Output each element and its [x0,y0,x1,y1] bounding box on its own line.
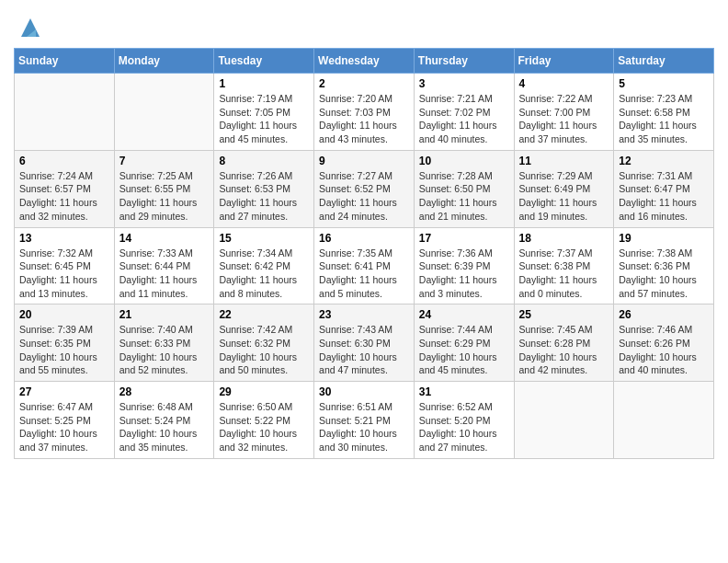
day-info: Sunrise: 7:19 AMSunset: 7:05 PMDaylight:… [219,92,309,146]
day-number: 25 [519,308,609,321]
calendar-cell: 2Sunrise: 7:20 AMSunset: 7:03 PMDaylight… [314,74,415,151]
calendar-cell: 25Sunrise: 7:45 AMSunset: 6:28 PMDayligh… [514,304,614,382]
calendar-cell: 20Sunrise: 7:39 AMSunset: 6:35 PMDayligh… [15,304,115,382]
day-info: Sunrise: 6:50 AMSunset: 5:22 PMDaylight:… [219,400,309,454]
day-info: Sunrise: 7:33 AMSunset: 6:44 PMDaylight:… [119,247,210,301]
day-info: Sunrise: 7:23 AMSunset: 6:58 PMDaylight:… [619,92,709,146]
calendar-cell: 10Sunrise: 7:28 AMSunset: 6:50 PMDayligh… [414,150,514,227]
day-number: 29 [219,385,309,398]
calendar-cell: 14Sunrise: 7:33 AMSunset: 6:44 PMDayligh… [114,227,214,304]
day-number: 26 [619,308,709,321]
calendar-week-row: 13Sunrise: 7:32 AMSunset: 6:45 PMDayligh… [15,227,714,304]
calendar-week-row: 27Sunrise: 6:47 AMSunset: 5:25 PMDayligh… [15,382,714,459]
day-info: Sunrise: 7:34 AMSunset: 6:42 PMDaylight:… [219,247,309,301]
day-info: Sunrise: 7:40 AMSunset: 6:33 PMDaylight:… [119,323,210,377]
day-info: Sunrise: 7:24 AMSunset: 6:57 PMDaylight:… [19,169,109,224]
day-number: 30 [319,385,409,398]
day-number: 13 [19,232,109,245]
weekday-header: Thursday [414,49,514,74]
calendar-cell: 6Sunrise: 7:24 AMSunset: 6:57 PMDaylight… [15,150,115,227]
calendar-cell: 9Sunrise: 7:27 AMSunset: 6:52 PMDaylight… [314,150,415,227]
calendar-week-row: 20Sunrise: 7:39 AMSunset: 6:35 PMDayligh… [15,304,714,382]
day-info: Sunrise: 7:35 AMSunset: 6:41 PMDaylight:… [319,247,409,301]
day-info: Sunrise: 6:51 AMSunset: 5:21 PMDaylight:… [319,400,409,454]
day-info: Sunrise: 7:27 AMSunset: 6:52 PMDaylight:… [319,169,409,224]
calendar-cell: 23Sunrise: 7:43 AMSunset: 6:30 PMDayligh… [314,304,415,382]
calendar-cell: 22Sunrise: 7:42 AMSunset: 6:32 PMDayligh… [214,304,314,382]
day-number: 28 [119,385,210,398]
day-info: Sunrise: 6:52 AMSunset: 5:20 PMDaylight:… [419,400,509,454]
day-number: 15 [219,232,309,245]
logo [14,15,43,40]
weekday-header: Wednesday [314,49,415,74]
calendar-cell: 1Sunrise: 7:19 AMSunset: 7:05 PMDaylight… [214,74,314,151]
day-number: 16 [319,232,409,245]
day-number: 22 [219,308,309,321]
day-number: 5 [619,77,709,90]
calendar-cell: 12Sunrise: 7:31 AMSunset: 6:47 PMDayligh… [614,150,714,227]
day-info: Sunrise: 7:32 AMSunset: 6:45 PMDaylight:… [19,247,109,301]
day-number: 8 [219,155,309,167]
day-info: Sunrise: 7:31 AMSunset: 6:47 PMDaylight:… [619,169,709,224]
calendar-cell: 28Sunrise: 6:48 AMSunset: 5:24 PMDayligh… [114,382,214,459]
day-info: Sunrise: 7:36 AMSunset: 6:39 PMDaylight:… [419,247,509,301]
page-header [14,9,714,40]
calendar-cell: 11Sunrise: 7:29 AMSunset: 6:49 PMDayligh… [514,150,614,227]
day-info: Sunrise: 7:37 AMSunset: 6:38 PMDaylight:… [519,247,609,301]
day-info: Sunrise: 7:42 AMSunset: 6:32 PMDaylight:… [219,323,309,377]
calendar-cell: 24Sunrise: 7:44 AMSunset: 6:29 PMDayligh… [414,304,514,382]
weekday-header: Sunday [15,49,115,74]
day-number: 17 [419,232,509,245]
day-number: 18 [519,232,609,245]
weekday-header: Friday [514,49,614,74]
day-number: 14 [119,232,210,245]
day-info: Sunrise: 7:26 AMSunset: 6:53 PMDaylight:… [219,169,309,224]
calendar-cell: 5Sunrise: 7:23 AMSunset: 6:58 PMDaylight… [614,74,714,151]
day-number: 12 [619,155,709,167]
day-info: Sunrise: 6:47 AMSunset: 5:25 PMDaylight:… [19,400,109,454]
calendar-cell: 29Sunrise: 6:50 AMSunset: 5:22 PMDayligh… [214,382,314,459]
weekday-header: Tuesday [214,49,314,74]
calendar-cell: 30Sunrise: 6:51 AMSunset: 5:21 PMDayligh… [314,382,415,459]
weekday-header: Monday [114,49,214,74]
day-info: Sunrise: 6:48 AMSunset: 5:24 PMDaylight:… [119,400,210,454]
calendar-cell: 19Sunrise: 7:38 AMSunset: 6:36 PMDayligh… [614,227,714,304]
calendar-header-row: SundayMondayTuesdayWednesdayThursdayFrid… [15,49,714,74]
day-number: 23 [319,308,409,321]
day-number: 11 [519,155,609,167]
day-number: 27 [19,385,109,398]
weekday-header: Saturday [614,49,714,74]
calendar-week-row: 6Sunrise: 7:24 AMSunset: 6:57 PMDaylight… [15,150,714,227]
day-info: Sunrise: 7:22 AMSunset: 7:00 PMDaylight:… [519,92,609,146]
day-info: Sunrise: 7:20 AMSunset: 7:03 PMDaylight:… [319,92,409,146]
calendar-cell [614,382,714,459]
day-info: Sunrise: 7:46 AMSunset: 6:26 PMDaylight:… [619,323,709,377]
day-info: Sunrise: 7:38 AMSunset: 6:36 PMDaylight:… [619,247,709,301]
day-info: Sunrise: 7:28 AMSunset: 6:50 PMDaylight:… [419,169,509,224]
day-info: Sunrise: 7:29 AMSunset: 6:49 PMDaylight:… [519,169,609,224]
calendar-cell: 27Sunrise: 6:47 AMSunset: 5:25 PMDayligh… [15,382,115,459]
day-number: 7 [119,155,210,167]
day-info: Sunrise: 7:39 AMSunset: 6:35 PMDaylight:… [19,323,109,377]
calendar-cell: 8Sunrise: 7:26 AMSunset: 6:53 PMDaylight… [214,150,314,227]
calendar-cell: 17Sunrise: 7:36 AMSunset: 6:39 PMDayligh… [414,227,514,304]
calendar-cell [514,382,614,459]
calendar-cell: 3Sunrise: 7:21 AMSunset: 7:02 PMDaylight… [414,74,514,151]
calendar-cell: 21Sunrise: 7:40 AMSunset: 6:33 PMDayligh… [114,304,214,382]
calendar-cell: 15Sunrise: 7:34 AMSunset: 6:42 PMDayligh… [214,227,314,304]
calendar-table: SundayMondayTuesdayWednesdayThursdayFrid… [14,48,714,459]
calendar-cell: 18Sunrise: 7:37 AMSunset: 6:38 PMDayligh… [514,227,614,304]
calendar-cell: 7Sunrise: 7:25 AMSunset: 6:55 PMDaylight… [114,150,214,227]
day-number: 2 [319,77,409,90]
day-number: 4 [519,77,609,90]
calendar-week-row: 1Sunrise: 7:19 AMSunset: 7:05 PMDaylight… [15,74,714,151]
day-number: 3 [419,77,509,90]
day-number: 24 [419,308,509,321]
day-number: 10 [419,155,509,167]
day-number: 1 [219,77,309,90]
day-info: Sunrise: 7:44 AMSunset: 6:29 PMDaylight:… [419,323,509,377]
calendar-cell: 4Sunrise: 7:22 AMSunset: 7:00 PMDaylight… [514,74,614,151]
day-number: 9 [319,155,409,167]
calendar-cell: 16Sunrise: 7:35 AMSunset: 6:41 PMDayligh… [314,227,415,304]
day-info: Sunrise: 7:43 AMSunset: 6:30 PMDaylight:… [319,323,409,377]
